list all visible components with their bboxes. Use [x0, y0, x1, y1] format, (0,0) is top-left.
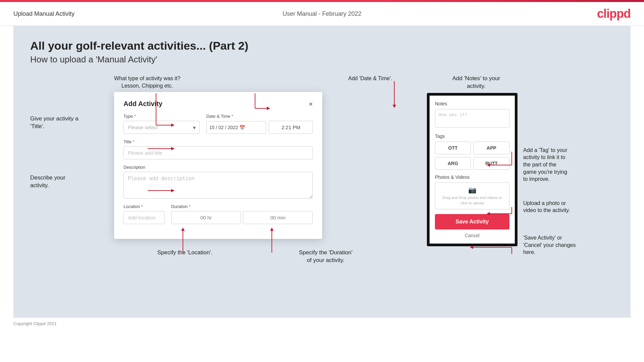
- right-annotations: Add a 'Tag' to youractivity to link it t…: [523, 93, 614, 256]
- manual-label: User Manual - February 2022: [283, 10, 361, 17]
- copyright: Copyright Clippd 2021: [0, 318, 644, 329]
- photos-text: Drag and Drop photos and videos orclick …: [442, 195, 502, 206]
- time-input[interactable]: 2:21 PM: [269, 121, 313, 134]
- description-group: Description: [123, 165, 313, 199]
- photo-icon: 📷: [468, 186, 477, 194]
- location-group: Location *: [123, 204, 164, 224]
- tags-grid: OTT APP ARG PUTT: [435, 142, 509, 170]
- type-label: Type *: [123, 114, 200, 119]
- phone-frame: Notes Tags OTT APP ARG PUTT Photos & V: [427, 93, 517, 246]
- bottom-annotations: Specify the 'Location'. Specify the 'Dur…: [91, 249, 419, 264]
- left-annotations: Give your activity a'Title'. Describe yo…: [30, 75, 91, 190]
- add-activity-modal: Add Activity × Type * Please select: [114, 92, 322, 239]
- tags-section-label: Tags: [435, 134, 509, 139]
- datetime-inner: 15 / 02 / 2022 📅 2:21 PM: [206, 121, 313, 134]
- duration-label: Duration *: [171, 204, 313, 209]
- description-row: Description: [123, 165, 313, 199]
- description-label: Description: [123, 165, 313, 170]
- location-bottom-annotation: Specify the 'Location'.: [157, 249, 212, 264]
- datetime-annotation: Add 'Date & Time'.: [348, 75, 393, 89]
- title-row: Title *: [123, 139, 313, 159]
- photo-right-annotation: Upload a photo orvideo to the activity.: [523, 200, 614, 214]
- logo: clippd: [597, 7, 631, 21]
- center-area: What type of activity was it?Lesson, Chi…: [91, 75, 419, 264]
- tag-ott[interactable]: OTT: [435, 142, 471, 154]
- tag-app[interactable]: APP: [474, 142, 509, 154]
- top-bar: Upload Manual Activity User Manual - Feb…: [0, 2, 644, 26]
- save-activity-button[interactable]: Save Activity: [435, 214, 509, 229]
- close-button[interactable]: ×: [309, 101, 313, 107]
- title-label: Title *: [123, 139, 313, 144]
- description-annotation: Describe youractivity.: [30, 174, 91, 190]
- type-group: Type * Please select: [123, 114, 200, 134]
- datetime-group: Date & Time * 15 / 02 / 2022 📅 2:21 PM: [206, 114, 313, 134]
- title-annotation: Give your activity a'Title'.: [30, 115, 91, 131]
- photos-label: Photos & Videos: [435, 174, 509, 180]
- location-label: Location *: [123, 204, 164, 209]
- type-datetime-row: Type * Please select Date & Time *: [123, 114, 313, 134]
- type-annotation: What type of activity was it?Lesson, Chi…: [114, 75, 180, 89]
- cancel-link[interactable]: Cancel: [435, 233, 509, 238]
- date-value: 15 / 02 / 2022: [209, 125, 238, 130]
- page-title: All your golf-relevant activities... (Pa…: [30, 39, 614, 52]
- photos-section: Photos & Videos 📷 Drag and Drop photos a…: [435, 174, 509, 209]
- datetime-label: Date & Time *: [206, 114, 313, 119]
- tag-right-annotation: Add a 'Tag' to youractivity to link it t…: [523, 147, 614, 183]
- type-select[interactable]: Please select: [123, 121, 200, 134]
- photo-upload-area[interactable]: 📷 Drag and Drop photos and videos orclic…: [435, 183, 509, 209]
- phone-content: Notes Tags OTT APP ARG PUTT Photos & V: [430, 96, 515, 244]
- page-label: Upload Manual Activity: [13, 10, 75, 17]
- location-input[interactable]: [123, 211, 164, 224]
- modal-title: Add Activity: [123, 100, 162, 108]
- modal-header: Add Activity ×: [123, 100, 313, 108]
- duration-inner: [171, 211, 313, 224]
- notes-annotation: Add 'Notes' to youractivity.: [399, 75, 553, 90]
- page-subtitle: How to upload a 'Manual Activity': [30, 54, 614, 65]
- type-select-wrapper: Please select: [123, 121, 200, 134]
- location-duration-row: Location * Duration *: [123, 204, 313, 224]
- title-group: Title *: [123, 139, 313, 159]
- duration-bottom-annotation: Specify the 'Duration'of your activity.: [299, 249, 353, 264]
- notes-input[interactable]: [435, 109, 509, 127]
- duration-min-input[interactable]: [243, 211, 313, 224]
- time-value: 2:21 PM: [282, 124, 300, 130]
- description-input[interactable]: [123, 172, 313, 199]
- save-right-annotation: 'Save Activity' or'Cancel' your changesh…: [523, 234, 614, 256]
- date-input[interactable]: 15 / 02 / 2022 📅: [206, 121, 266, 134]
- title-input[interactable]: [123, 146, 313, 159]
- top-annotations-row: What type of activity was it?Lesson, Chi…: [91, 75, 419, 89]
- notes-section-label: Notes: [435, 101, 509, 106]
- tag-putt[interactable]: PUTT: [474, 157, 509, 170]
- calendar-icon: 📅: [239, 125, 245, 130]
- tag-arg[interactable]: ARG: [435, 157, 471, 170]
- duration-group: Duration *: [171, 204, 313, 224]
- main-content: All your golf-relevant activities... (Pa…: [13, 26, 631, 318]
- duration-hr-input[interactable]: [171, 211, 241, 224]
- right-panel: Add 'Notes' to youractivity. Notes Tags …: [426, 75, 614, 256]
